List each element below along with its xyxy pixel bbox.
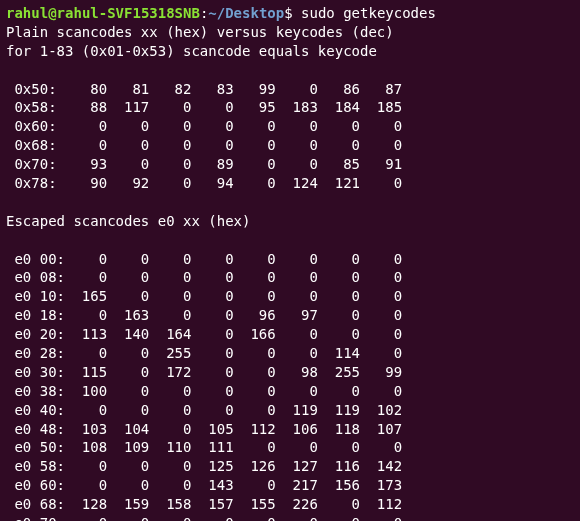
prompt-host: rahul-SVF15318SNB	[57, 5, 200, 21]
command-text: sudo getkeycodes	[301, 5, 436, 21]
prompt-user: rahul	[6, 5, 48, 21]
escaped-header: Escaped scancodes e0 xx (hex)	[6, 213, 250, 229]
prompt-dollar: $	[284, 5, 301, 21]
header-line-1: Plain scancodes xx (hex) versus keycodes…	[6, 24, 394, 40]
plain-scancode-table: 0x50: 80 81 82 83 99 0 86 87 0x58: 88 11…	[6, 81, 402, 191]
header-line-2: for 1-83 (0x01-0x53) scancode equals key…	[6, 43, 377, 59]
prompt-at: @	[48, 5, 56, 21]
terminal-output[interactable]: rahul@rahul-SVF15318SNB:~/Desktop$ sudo …	[0, 0, 580, 521]
escaped-scancode-table: e0 00: 0 0 0 0 0 0 0 0 e0 08: 0 0 0 0 0 …	[6, 251, 402, 521]
prompt-path: ~/Desktop	[208, 5, 284, 21]
prompt-line: rahul@rahul-SVF15318SNB:~/Desktop$ sudo …	[6, 5, 436, 21]
